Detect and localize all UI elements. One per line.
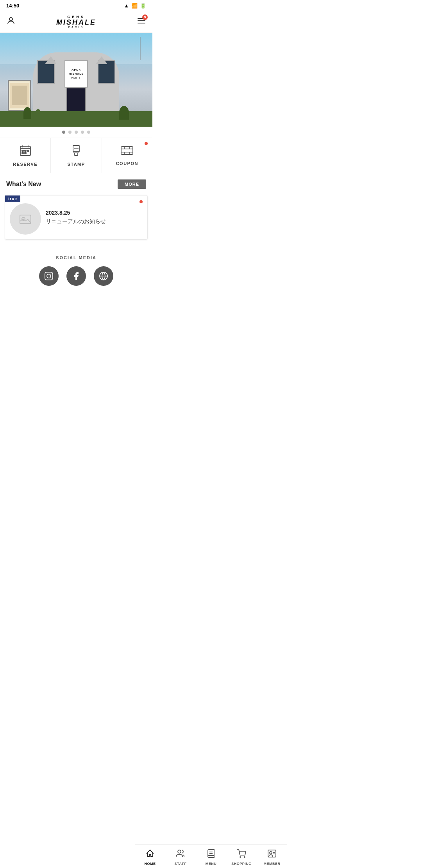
website-button[interactable]	[94, 266, 113, 286]
status-bar: 14:50 ▲ 📶 🔋	[0, 0, 152, 11]
svg-point-0	[9, 18, 13, 21]
svg-rect-9	[25, 150, 26, 151]
news-title: リニューアルのお知らせ	[46, 218, 143, 225]
coupon-icon	[120, 145, 134, 159]
status-time: 14:50	[6, 3, 19, 9]
carousel-dot-4[interactable]	[87, 131, 90, 134]
svg-point-27	[47, 274, 51, 278]
stamp-icon	[70, 144, 82, 160]
hero-image: GENSMISHALEPARIS	[0, 33, 152, 127]
stamp-button[interactable]: STAMP	[51, 138, 102, 173]
coupon-notification-dot	[145, 142, 148, 145]
instagram-button[interactable]	[39, 266, 59, 286]
header: GENS MISHALE PARIS N	[0, 11, 152, 33]
signal-icon: 📶	[131, 3, 138, 9]
svg-rect-26	[45, 272, 53, 280]
svg-rect-11	[22, 152, 23, 154]
whats-new-title: What's New	[6, 181, 41, 188]
carousel-dot-2[interactable]	[75, 131, 78, 134]
app-logo: GENS MISHALE PARIS	[16, 15, 137, 29]
carousel-dots	[0, 127, 152, 138]
social-media-title: SOCIAL MEDIA	[6, 255, 146, 260]
stamp-label: STAMP	[67, 162, 85, 167]
news-card[interactable]: true 2023.8.25 リニューアルのお知らせ	[5, 195, 148, 240]
svg-point-28	[51, 274, 52, 274]
carousel-dot-1[interactable]	[68, 131, 72, 134]
carousel-dot-3[interactable]	[81, 131, 84, 134]
quick-actions: RESERVE STAMP COUPON	[0, 138, 152, 173]
coupon-label: COUPON	[116, 161, 138, 166]
reserve-icon	[19, 144, 32, 160]
reserve-button[interactable]: RESERVE	[0, 138, 51, 173]
news-date: 2023.8.25	[46, 210, 143, 216]
carousel-dot-0[interactable]	[62, 131, 65, 134]
logo-paris: PARIS	[68, 26, 84, 29]
svg-rect-13	[73, 145, 79, 152]
notification-badge: N	[142, 14, 148, 20]
wifi-icon: ▲	[124, 3, 129, 9]
more-button[interactable]: MORE	[118, 179, 146, 189]
news-thumbnail	[10, 203, 41, 235]
whats-new-header: What's New MORE	[0, 173, 152, 192]
svg-rect-8	[22, 150, 23, 151]
new-badge: true	[5, 195, 20, 202]
social-media-section: SOCIAL MEDIA	[0, 246, 152, 295]
svg-rect-17	[121, 147, 133, 154]
news-notification-dot	[139, 200, 143, 203]
profile-icon[interactable]	[6, 16, 16, 28]
menu-button[interactable]: N	[137, 16, 146, 28]
svg-rect-12	[25, 152, 26, 154]
svg-rect-10	[27, 150, 29, 151]
reserve-label: RESERVE	[13, 162, 38, 167]
facebook-button[interactable]	[66, 266, 86, 286]
coupon-button[interactable]: COUPON	[102, 138, 152, 173]
news-content: 2023.8.25 リニューアルのお知らせ	[46, 210, 143, 225]
battery-icon: 🔋	[140, 3, 146, 9]
social-icons	[6, 266, 146, 286]
status-icons: ▲ 📶 🔋	[124, 3, 146, 9]
logo-mishale: MISHALE	[56, 19, 96, 26]
svg-rect-15	[75, 153, 78, 156]
